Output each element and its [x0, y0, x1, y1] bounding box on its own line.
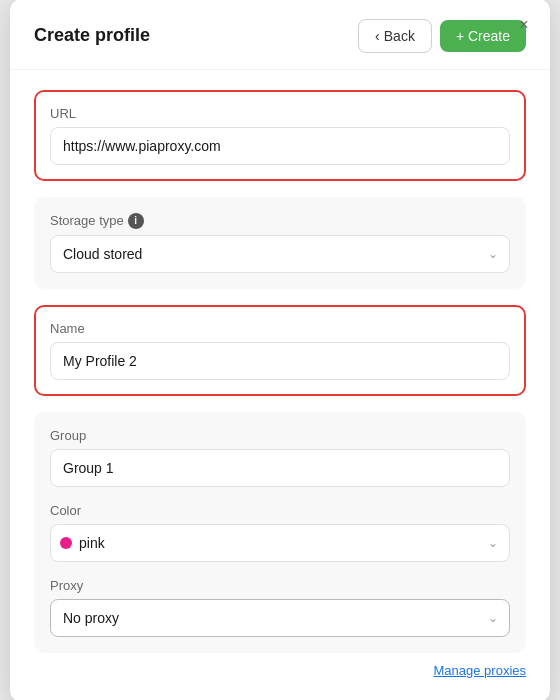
color-field-group: Color pink red blue green orange ⌄ — [50, 503, 510, 562]
color-label: Color — [50, 503, 510, 518]
group-field-group: Group — [50, 428, 510, 487]
url-field-group: URL — [50, 106, 510, 165]
url-section: URL — [34, 90, 526, 181]
header-actions: ‹ Back + Create — [358, 19, 526, 53]
name-label: Name — [50, 321, 510, 336]
dialog-title: Create profile — [34, 25, 150, 46]
chevron-left-icon: ‹ — [375, 28, 380, 44]
storage-section: Storage type i Cloud stored Local stored… — [34, 197, 526, 289]
group-label: Group — [50, 428, 510, 443]
storage-select[interactable]: Cloud stored Local stored — [50, 235, 510, 273]
dialog-body: URL Storage type i Cloud stored Local st… — [10, 70, 550, 701]
storage-label: Storage type i — [50, 213, 510, 229]
info-icon: i — [128, 213, 144, 229]
proxy-field-group: Proxy No proxy ⌄ — [50, 578, 510, 637]
manage-proxies-link[interactable]: Manage proxies — [34, 653, 526, 682]
create-profile-dialog: × Create profile ‹ Back + Create URL — [10, 0, 550, 700]
lower-section: Group Color pink red blue green orange ⌄ — [34, 412, 526, 653]
name-field-group: Name — [50, 321, 510, 380]
group-input[interactable] — [50, 449, 510, 487]
back-label: Back — [384, 28, 415, 44]
url-label: URL — [50, 106, 510, 121]
url-input[interactable] — [50, 127, 510, 165]
proxy-select[interactable]: No proxy — [50, 599, 510, 637]
proxy-label: Proxy — [50, 578, 510, 593]
name-section: Name — [34, 305, 526, 396]
back-button[interactable]: ‹ Back — [358, 19, 432, 53]
color-select-wrapper: pink red blue green orange ⌄ — [50, 524, 510, 562]
color-select[interactable]: pink red blue green orange — [50, 524, 510, 562]
storage-select-wrapper: Cloud stored Local stored ⌄ — [50, 235, 510, 273]
close-button[interactable]: × — [512, 13, 536, 37]
storage-field-group: Storage type i Cloud stored Local stored… — [50, 213, 510, 273]
proxy-select-wrapper: No proxy ⌄ — [50, 599, 510, 637]
dialog-header: Create profile ‹ Back + Create — [10, 0, 550, 70]
name-input[interactable] — [50, 342, 510, 380]
create-label: + Create — [456, 28, 510, 44]
